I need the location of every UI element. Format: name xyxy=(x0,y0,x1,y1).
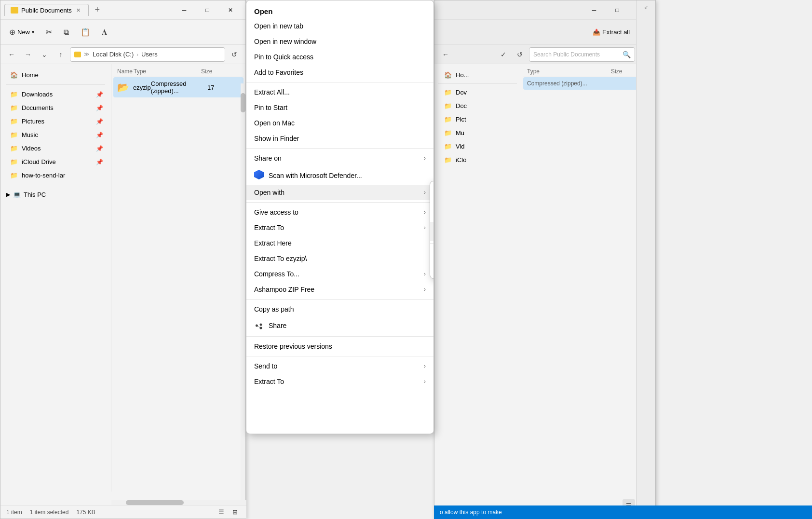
second-check-btn[interactable]: ✓ xyxy=(496,47,511,62)
sidebar-item-downloads[interactable]: 📁 Downloads 📌 xyxy=(2,88,109,101)
file-item-ezyzip[interactable]: 📂 ezyzip Compressed (zipped)... 17 xyxy=(113,77,244,97)
grid-view-button[interactable]: ⊞ xyxy=(229,506,241,518)
second-maximize-button[interactable]: □ xyxy=(606,2,628,18)
right-panel-content: ↙ xyxy=(636,0,655,15)
second-file-list: Type Size Compressed (zipped)... 17 xyxy=(521,64,655,510)
list-view-button[interactable]: ☰ xyxy=(216,506,227,518)
context-restore-versions[interactable]: Restore previous versions xyxy=(246,339,433,354)
give-access-label: Give access to xyxy=(254,208,298,216)
context-send-to[interactable]: Send to › xyxy=(246,358,433,374)
submenu-choose-app[interactable]: Choose another app xyxy=(430,261,434,276)
minimize-button[interactable]: ─ xyxy=(173,2,195,18)
title-bar: Public Documents ✕ + ─ □ ✕ xyxy=(0,0,245,20)
separator-2 xyxy=(246,148,433,149)
context-extract-here[interactable]: Extract Here xyxy=(246,235,433,251)
search-box[interactable]: Search Public Documents 🔍 xyxy=(529,47,635,62)
close-button[interactable]: ✕ xyxy=(219,2,242,18)
context-give-access[interactable]: Give access to › xyxy=(246,205,433,220)
context-open-new-window[interactable]: Open in new window xyxy=(246,34,433,49)
second-address-bar: ← ✓ ↺ Search Public Documents 🔍 → xyxy=(434,45,655,64)
file-list-header: Name Type Size xyxy=(113,66,244,77)
column-size[interactable]: Size xyxy=(201,68,240,75)
submenu-windows-explorer[interactable]: 📁 Windows Explorer xyxy=(430,203,434,222)
address-input[interactable]: ≫ Local Disk (C:) › Users xyxy=(70,47,225,62)
expand-button[interactable]: ⌄ xyxy=(37,47,52,62)
sidebar-item-videos[interactable]: 📁 Videos 📌 xyxy=(2,142,109,155)
context-compress-to[interactable]: Compress To... › xyxy=(246,266,433,282)
context-scan-defender[interactable]: Scan with Microsoft Defender... xyxy=(246,166,433,185)
context-extract-to-ezyzip[interactable]: Extract To ezyzip\ xyxy=(246,251,433,266)
extract-all-button[interactable]: 📤 Extract all xyxy=(588,26,635,39)
separator-6 xyxy=(246,356,433,356)
horizontal-scrollbar-track[interactable] xyxy=(111,500,246,505)
column-name[interactable]: Name xyxy=(117,68,134,75)
file-name-ezyzip: ezyzip xyxy=(133,84,151,91)
sidebar-item-music[interactable]: 📁 Music 📌 xyxy=(2,128,109,141)
context-show-finder[interactable]: Show in Finder xyxy=(246,131,433,146)
context-share-on[interactable]: Share on › xyxy=(246,150,433,166)
submenu-winzip[interactable]: 🗃 WinZip xyxy=(430,222,434,241)
second-sidebar-mu[interactable]: 📁 Mu xyxy=(436,126,519,139)
paste-button[interactable]: 📋 xyxy=(76,25,95,40)
second-refresh-btn[interactable]: ↺ xyxy=(513,47,527,62)
computer-icon: 💻 xyxy=(13,191,21,198)
second-file-list-header: Type Size xyxy=(523,66,653,77)
second-minimize-button[interactable]: ─ xyxy=(583,2,605,18)
tab-public-documents[interactable]: Public Documents ✕ xyxy=(4,4,89,16)
context-copy-path[interactable]: Copy as path xyxy=(246,301,433,317)
extract-all-label: Extract all xyxy=(602,28,630,36)
second-file-item[interactable]: Compressed (zipped)... 17 xyxy=(523,77,653,90)
context-pin-quick-access[interactable]: Pin to Quick access xyxy=(246,49,433,65)
submenu-ashampoo-zip[interactable]: 🗜 Ashampoo ZIP xyxy=(430,183,434,203)
second-sidebar-vid[interactable]: 📁 Vid xyxy=(436,140,519,153)
copy-button[interactable]: ⧉ xyxy=(59,25,74,40)
pin-icon-pictures: 📌 xyxy=(96,118,103,125)
expand-icon: ▶ xyxy=(6,191,10,198)
compress-to-arrow: › xyxy=(424,271,426,277)
sidebar-item-howto[interactable]: 📁 how-to-send-lar xyxy=(2,169,109,182)
maximize-button[interactable]: □ xyxy=(196,2,218,18)
new-button[interactable]: ⊕ New ▾ xyxy=(4,25,39,40)
pictures-icon: 📁 xyxy=(10,118,18,125)
context-extract-to-2[interactable]: Extract To › xyxy=(246,374,433,389)
context-extract-to[interactable]: Extract To › xyxy=(246,220,433,235)
context-add-favorites[interactable]: Add to Favorites xyxy=(246,65,433,80)
forward-button[interactable]: → xyxy=(21,47,35,62)
second-back-btn[interactable]: ← xyxy=(438,47,453,62)
second-dov-icon: 📁 xyxy=(444,89,452,96)
context-ashampoo-free[interactable]: Ashampoo ZIP Free › xyxy=(246,282,433,297)
refresh-button[interactable]: ↺ xyxy=(227,47,242,62)
content-area: 🏠 Home 📁 Downloads 📌 📁 Documents 📌 📁 Pic… xyxy=(0,64,245,492)
context-open-new-tab[interactable]: Open in new tab xyxy=(246,18,433,34)
toolbar: ⊕ New ▾ ✂ ⧉ 📋 𝐀 xyxy=(0,20,245,45)
cut-button[interactable]: ✂ xyxy=(41,25,57,40)
file-type-ezyzip: Compressed (zipped)... xyxy=(151,80,207,95)
submenu-search-store[interactable]: Search the Microsoft Store xyxy=(430,246,434,261)
ashampoo-free-arrow: › xyxy=(424,286,426,293)
second-sidebar-pict[interactable]: 📁 Pict xyxy=(436,113,519,126)
context-extract-all[interactable]: Extract All... xyxy=(246,84,433,100)
sidebar-item-home[interactable]: 🏠 Home xyxy=(2,68,109,82)
up-button[interactable]: ↑ xyxy=(54,47,68,62)
sidebar-item-icloud[interactable]: 📁 iCloud Drive 📌 xyxy=(2,155,109,168)
second-sidebar-home[interactable]: 🏠 Ho... xyxy=(436,68,519,82)
sidebar-item-pictures[interactable]: 📁 Pictures 📌 xyxy=(2,115,109,128)
context-share[interactable]: Share xyxy=(246,317,433,334)
sidebar-this-pc[interactable]: ▶ 💻 This PC xyxy=(0,188,111,201)
second-sidebar-iclo[interactable]: 📁 iClo xyxy=(436,153,519,166)
sidebar-item-documents[interactable]: 📁 Documents 📌 xyxy=(2,101,109,114)
tab-close-button[interactable]: ✕ xyxy=(75,6,82,14)
add-tab-button[interactable]: + xyxy=(91,3,104,17)
horizontal-scrollbar-thumb[interactable] xyxy=(126,500,184,505)
extract-here-label: Extract Here xyxy=(254,239,292,247)
second-sidebar-doc[interactable]: 📁 Doc xyxy=(436,99,519,112)
context-open-mac[interactable]: Open on Mac xyxy=(246,115,433,131)
rename-button[interactable]: 𝐀 xyxy=(97,25,112,40)
context-open-with[interactable]: Open with › 🗜 Ashampoo ZIP 📁 Windows Exp… xyxy=(246,185,433,200)
back-button[interactable]: ← xyxy=(4,47,19,62)
second-sidebar-dov[interactable]: 📁 Dov xyxy=(436,86,519,99)
column-type[interactable]: Type xyxy=(134,68,201,75)
ashampoo-free-label: Ashampoo ZIP Free xyxy=(254,286,314,293)
search-icon: 🔍 xyxy=(623,51,631,58)
context-pin-start[interactable]: Pin to Start xyxy=(246,100,433,115)
